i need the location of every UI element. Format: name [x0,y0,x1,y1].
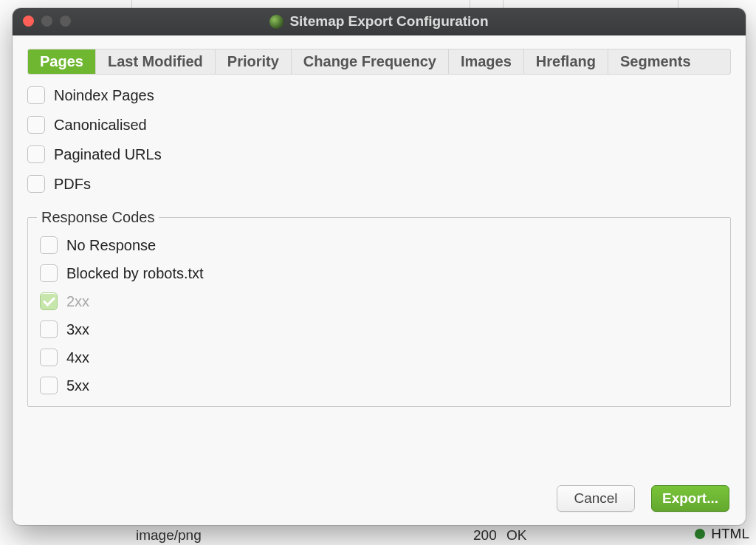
checkbox-no-response[interactable] [40,236,58,254]
label-3xx: 3xx [66,321,89,338]
checkbox-3xx[interactable] [40,321,58,338]
label-paginated: Paginated URLs [54,146,162,163]
checkbox-paginated[interactable] [27,145,45,163]
tab-priority[interactable]: Priority [216,49,292,74]
response-codes-group: Response Codes No Response Blocked by ro… [27,209,731,407]
status-dot-icon [695,529,705,539]
tab-change-frequency[interactable]: Change Frequency [292,49,449,74]
label-pdfs: PDFs [54,176,91,193]
checkbox-canonicalised[interactable] [27,116,45,134]
tab-hreflang[interactable]: Hreflang [524,49,608,74]
checkbox-noindex[interactable] [27,86,45,104]
label-5xx: 5xx [66,377,89,394]
tab-segments[interactable]: Segments [608,49,730,74]
tab-images[interactable]: Images [449,49,524,74]
dialog-title: Sitemap Export Configuration [289,13,488,30]
window-minimize-icon[interactable] [41,16,52,27]
sitemap-export-dialog: Sitemap Export Configuration Pages Last … [13,8,746,525]
label-canonicalised: Canonicalised [54,117,147,134]
label-noindex: Noindex Pages [54,87,154,104]
label-2xx: 2xx [66,293,89,310]
tab-bar: Pages Last Modified Priority Change Freq… [27,49,731,75]
window-zoom-icon[interactable] [60,16,71,27]
response-codes-legend: Response Codes [37,209,159,226]
checkbox-blocked-robots[interactable] [40,264,58,282]
label-4xx: 4xx [66,349,89,366]
tab-last-modified[interactable]: Last Modified [96,49,216,74]
bg-cell-content-type: image/png [136,527,202,544]
checkbox-pdfs[interactable] [27,175,45,193]
app-icon [269,15,284,29]
tab-pages[interactable]: Pages [28,49,96,74]
label-no-response: No Response [66,237,156,254]
cancel-button[interactable]: Cancel [557,485,635,512]
checkbox-4xx[interactable] [40,349,58,366]
dialog-titlebar[interactable]: Sitemap Export Configuration [13,8,746,35]
label-blocked-robots: Blocked by robots.txt [66,265,204,282]
checkbox-2xx [40,292,58,310]
bg-status-label: HTML [711,526,749,542]
export-button[interactable]: Export... [651,485,729,512]
bg-cell-status-code: 200 [473,527,497,544]
bg-status-badge: HTML [695,526,749,542]
window-close-icon[interactable] [23,16,34,27]
bg-cell-status-text: OK [506,527,526,544]
checkbox-5xx[interactable] [40,377,58,394]
